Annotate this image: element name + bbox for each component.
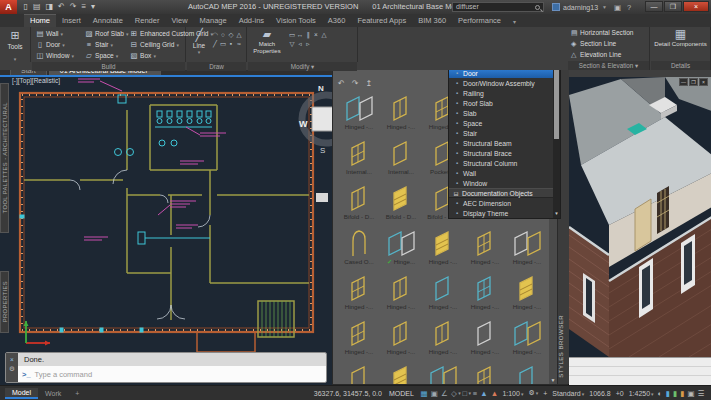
ribbon-tab-add-ins[interactable]: Add-ins	[233, 15, 270, 27]
new-icon[interactable]: ▯	[24, 0, 28, 14]
tools-button[interactable]: ⊞ Tools ▾	[0, 27, 30, 65]
object-type-option-structural-beam[interactable]: ▪Structural Beam	[449, 138, 555, 148]
door-style-tile[interactable]: Hinged -...	[506, 363, 548, 384]
door-style-tile[interactable]: Hinged -...	[464, 273, 506, 318]
object-type-option-wall[interactable]: ▪Wall	[449, 168, 555, 178]
object-type-option-roof-slab[interactable]: ▪Roof Slab	[449, 98, 555, 108]
notifications-icon[interactable]: ▣	[614, 3, 621, 12]
ribbon-tab-annotate[interactable]: Annotate	[87, 15, 129, 27]
view-window-button[interactable]: —	[679, 78, 688, 86]
draw-tool-icon[interactable]: ╱	[211, 39, 219, 48]
door-style-tile[interactable]: Hinged -...	[422, 273, 464, 318]
door-style-tile[interactable]: Hinged -...	[338, 93, 380, 138]
button-wall[interactable]: ▤Wall▾	[35, 28, 74, 39]
properties-anchor-tab[interactable]: PROPERTIES	[0, 271, 9, 333]
command-customize-icon[interactable]: ⚙	[9, 364, 15, 373]
door-style-tile[interactable]: Hinged -...	[506, 318, 548, 363]
save-icon[interactable]: ◨	[45, 0, 53, 14]
draw-tool-icon[interactable]: ▭	[219, 39, 227, 48]
up-icon[interactable]: ↥	[365, 79, 372, 88]
polar-tracking-icon[interactable]: ◇	[451, 389, 457, 398]
modify-tool-icon[interactable]: ↔	[296, 30, 304, 39]
draw-tool-icon[interactable]: ◠	[211, 30, 219, 39]
draw-tool-icon[interactable]: ≈	[235, 39, 243, 48]
view-window-button[interactable]: ×	[699, 78, 708, 86]
close-button[interactable]: ×	[683, 1, 709, 12]
button-window[interactable]: ◫Window▾	[35, 50, 74, 61]
draw-tool-icon[interactable]: △	[235, 30, 243, 39]
minimize-button[interactable]: —	[645, 1, 663, 12]
redo-icon[interactable]: ↷	[70, 0, 77, 14]
detail-components-button[interactable]: ▦ Detail Components	[651, 28, 710, 48]
layout-tab--[interactable]: +	[68, 389, 86, 398]
door-style-tile[interactable]: Bifold - D...	[338, 183, 380, 228]
door-style-tile[interactable]: Hinged -...	[464, 318, 506, 363]
button-door[interactable]: ▯Door▾	[35, 39, 74, 50]
draw-tool-icon[interactable]: ◇	[227, 30, 235, 39]
door-style-tile[interactable]: Hinged -...	[422, 318, 464, 363]
user-menu-caret-icon[interactable]: ▼	[602, 4, 607, 10]
door-style-tile[interactable]: Hinged -...	[380, 273, 422, 318]
modify-tool-icon[interactable]: ▭	[288, 30, 296, 39]
door-style-tile[interactable]: Bifold - D...	[380, 183, 422, 228]
workspace-gear[interactable]: ⚙▾	[528, 389, 538, 397]
button-section-line[interactable]: ◈Section Line	[568, 38, 649, 49]
autoscale-icon[interactable]: ▲	[491, 389, 498, 398]
door-style-tile[interactable]: Hinged -...	[464, 363, 506, 384]
door-style-tile[interactable]: Internal...	[338, 138, 380, 183]
ribbon-tab-performance[interactable]: Performance	[452, 15, 507, 27]
snap-mode-icon[interactable]: ▣	[431, 389, 438, 398]
ribbon-tab-featured-apps[interactable]: Featured Apps	[351, 15, 412, 27]
button-horizontal-section[interactable]: ▤Horizontal Section	[568, 27, 649, 38]
draw-tool-icon[interactable]: ○	[219, 30, 227, 39]
viewport-scale[interactable]: 1:100▾	[502, 390, 523, 397]
annotation-visibility-icon[interactable]: ▲	[480, 389, 487, 398]
ribbon-tab-a360[interactable]: A360	[322, 15, 352, 27]
level[interactable]: +0	[616, 390, 624, 397]
osnap-icon[interactable]: □	[462, 389, 467, 398]
ribbon-tab-view[interactable]: View	[165, 15, 193, 27]
isolate-objects-icon[interactable]: ◐	[658, 389, 663, 398]
door-style-tile[interactable]: Hinged -...	[506, 228, 548, 273]
modify-tool-icon[interactable]: ×	[312, 30, 320, 39]
search-icon[interactable]	[535, 5, 540, 10]
door-style-tile[interactable]: Cased O...	[338, 228, 380, 273]
lineweight-icon[interactable]: ≡	[473, 389, 477, 398]
perf-warning-icon[interactable]: ▮	[680, 389, 684, 398]
modify-tool-icon[interactable]: ▹	[304, 39, 312, 48]
object-type-option-window[interactable]: ▪Window	[449, 178, 555, 188]
door-style-tile[interactable]: Hinged -...	[422, 228, 464, 273]
ribbon-tab-vision-tools[interactable]: Vision Tools	[270, 15, 322, 27]
button-elevation-line[interactable]: △Elevation Line	[568, 49, 649, 60]
door-style-tile[interactable]: Hinged -...	[464, 228, 506, 273]
layout-tab-work[interactable]: Work	[38, 389, 68, 398]
plot-icon[interactable]: ≡	[81, 0, 86, 14]
object-type-option-structural-brace[interactable]: ▪Structural Brace	[449, 148, 555, 158]
layout-tab-model[interactable]: Model	[5, 388, 38, 399]
door-style-tile[interactable]: Hinged -...	[338, 273, 380, 318]
object-category-header[interactable]: ⊟Documentation Objects	[449, 188, 555, 198]
ortho-mode-icon[interactable]: ∠	[441, 389, 448, 398]
button-roof-slab[interactable]: ▨Roof Slab▾	[84, 28, 128, 39]
door-style-tile[interactable]: Hinged -...	[380, 363, 422, 384]
tool-palettes-anchor-tab[interactable]: TOOL PALETTES - ARCHITECTURAL	[0, 83, 9, 233]
ribbon-tab-home[interactable]: Home	[24, 14, 56, 27]
qat-menu-icon[interactable]: ▾	[91, 0, 95, 14]
grid-display-icon[interactable]: ▦	[420, 389, 427, 398]
workspace[interactable]: Standard▾	[552, 390, 584, 397]
button-stair[interactable]: ≡Stair▾	[84, 39, 128, 50]
object-type-option-stair[interactable]: ▪Stair	[449, 128, 555, 138]
door-style-tile[interactable]: Internal...	[380, 138, 422, 183]
object-type-option-aec-dimension[interactable]: ▪AEC Dimension	[449, 198, 555, 208]
clean-screen-icon[interactable]: ▣	[687, 389, 694, 398]
object-type-option-door-window-assembly[interactable]: ▪Door/Window Assembly	[449, 78, 555, 88]
object-type-option-slab[interactable]: ▪Slab	[449, 108, 555, 118]
back-icon[interactable]: ↶	[338, 79, 345, 88]
search-input[interactable]: diffuser	[452, 2, 544, 12]
command-close-icon[interactable]: ×	[10, 355, 14, 364]
door-style-tile[interactable]: Hinged -...	[380, 93, 422, 138]
door-style-tile[interactable]: Hinged -...	[380, 318, 422, 363]
move-gizmo[interactable]: +	[543, 390, 547, 397]
object-type-option-display-theme[interactable]: ▪Display Theme	[449, 208, 555, 218]
undo-icon[interactable]: ↶	[58, 0, 65, 14]
